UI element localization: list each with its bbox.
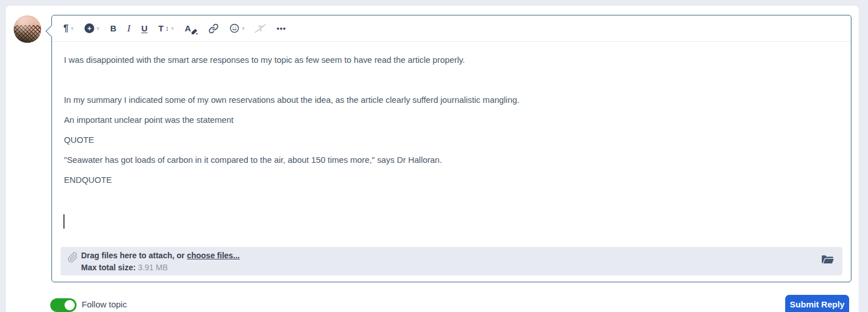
page-background: ¶ ▾ + ▾ B I U T ↕ ▾ [0, 0, 868, 312]
clear-formatting-icon: T [255, 23, 266, 33]
bold-icon: B [110, 23, 116, 33]
chevron-down-icon: ▾ [171, 26, 174, 31]
avatar[interactable] [14, 15, 41, 43]
paperclip-icon [67, 252, 78, 263]
editor-paragraph: QUOTE [64, 130, 839, 150]
editor-paragraph: An important unclear point was the state… [64, 110, 839, 130]
text-caret [63, 214, 65, 229]
chevron-down-icon: ▾ [71, 26, 74, 31]
ink-bottle-icon [191, 29, 198, 35]
editor-paragraph: "Seawater has got loads of carbon in it … [64, 150, 839, 170]
underline-button[interactable]: U [141, 23, 147, 33]
text-size-icon: T [158, 23, 163, 33]
italic-button[interactable]: I [127, 23, 131, 34]
attachment-instructions: Drag files here to attach, or choose fil… [81, 250, 240, 274]
insert-content-button[interactable]: + ▾ [85, 23, 99, 33]
text-size-button[interactable]: T ↕ ▾ [158, 23, 174, 33]
follow-topic-label: Follow topic [82, 299, 127, 309]
chevron-down-icon: ▾ [97, 26, 99, 31]
toggle-knob [65, 300, 75, 310]
text-color-icon: A [185, 23, 198, 33]
reply-editor: ¶ ▾ + ▾ B I U T ↕ ▾ [51, 15, 851, 282]
max-size-label: Max total size: [81, 263, 136, 272]
editor-paragraph [64, 210, 839, 230]
attachment-dropzone[interactable]: Drag files here to attach, or choose fil… [61, 247, 842, 275]
paragraph-format-button[interactable]: ¶ ▾ [63, 23, 74, 34]
plus-circle-icon: + [85, 23, 94, 33]
editor-paragraph [64, 190, 839, 210]
submit-reply-button[interactable]: Submit Reply [785, 295, 849, 312]
editor-paragraph: I was disappointed with the smart arse r… [64, 50, 839, 70]
bold-button[interactable]: B [110, 23, 116, 33]
underline-icon: U [141, 23, 147, 33]
editor-paragraph: In my summary I indicated some of my own… [64, 90, 839, 110]
clear-formatting-button: T [255, 23, 266, 33]
reply-card: ¶ ▾ + ▾ B I U T ↕ ▾ [6, 6, 859, 312]
ellipsis-icon: ••• [276, 24, 286, 33]
browse-files-button[interactable] [821, 255, 834, 266]
editor-paragraph [64, 70, 839, 90]
chevron-down-icon: ▾ [242, 26, 244, 31]
folder-icon [821, 255, 834, 265]
link-button[interactable] [208, 23, 219, 34]
link-icon [208, 23, 219, 34]
editor-toolbar: ¶ ▾ + ▾ B I U T ↕ ▾ [52, 15, 851, 42]
follow-topic-toggle[interactable] [50, 298, 77, 312]
emoji-icon [230, 23, 239, 33]
updown-arrow-icon: ↕ [166, 25, 169, 33]
more-options-button[interactable]: ••• [276, 24, 286, 33]
pilcrow-icon: ¶ [63, 23, 69, 34]
editor-paragraph: ENDQUOTE [64, 170, 839, 190]
italic-icon: I [127, 23, 131, 34]
text-color-button[interactable]: A [185, 23, 198, 33]
max-size-value: 3.91 MB [138, 263, 168, 272]
emoji-button[interactable]: ▾ [230, 23, 244, 33]
choose-files-link[interactable]: choose files... [187, 251, 240, 260]
drag-files-text: Drag files here to attach, or [81, 251, 184, 260]
editor-content[interactable]: I was disappointed with the smart arse r… [52, 42, 851, 230]
